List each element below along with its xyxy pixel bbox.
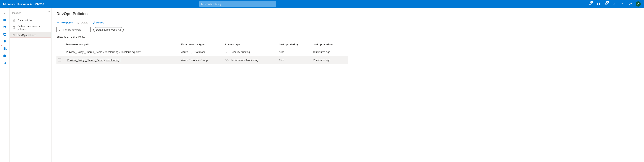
- trash-icon: [77, 21, 80, 24]
- cell-type: Azure Resource Group: [180, 56, 224, 64]
- filter-icon: [58, 28, 60, 31]
- sidebar-item-label: DevOps policies: [18, 34, 36, 36]
- table-row[interactable]: Purview_Policy _Shared_Demo › relecloud-…: [56, 56, 348, 64]
- chat-badge: 1: [590, 1, 593, 4]
- grid-button[interactable]: [595, 0, 602, 8]
- main-content: DevOps Policies New policy Delete Refres…: [52, 8, 352, 162]
- svg-point-7: [622, 4, 622, 5]
- rail-item-privacy[interactable]: [2, 60, 8, 66]
- product-name[interactable]: Microsoft Purview: [3, 2, 29, 6]
- sort-descending-icon: ↓: [333, 43, 334, 46]
- path-highlight: Purview_Policy _Shared_Demo › relecloud-…: [66, 58, 120, 62]
- row-checkbox[interactable]: [58, 58, 61, 62]
- search-icon: [201, 2, 204, 5]
- path-link[interactable]: Purview_Policy _Shared_Demo: [67, 59, 103, 62]
- policy-icon: [12, 19, 16, 22]
- toolbar: New policy Delete Refresh: [56, 20, 348, 27]
- search-input[interactable]: [204, 2, 274, 6]
- new-policy-button[interactable]: New policy: [56, 21, 73, 24]
- result-count: Showing 1 - 2 of 2 items.: [56, 35, 348, 38]
- policies-table: Data resource path Data resource type Ac…: [56, 41, 348, 64]
- sidebar-title: Policies: [10, 10, 52, 17]
- help-button[interactable]: [618, 0, 626, 8]
- delete-button: Delete: [77, 21, 88, 24]
- chevron-right-icon: ▶: [30, 3, 32, 5]
- keyword-input[interactable]: [62, 28, 89, 31]
- refresh-icon: [92, 21, 95, 24]
- plus-icon: [56, 21, 59, 24]
- scope-name[interactable]: Contoso: [34, 2, 44, 6]
- col-path[interactable]: Data resource path: [64, 41, 180, 48]
- cell-path: Purview_Policy _Shared_Demo › relecloud-…: [64, 56, 180, 64]
- svg-line-1: [203, 4, 204, 5]
- cell-updated-on: 21 minutes ago: [311, 56, 348, 64]
- svg-rect-14: [13, 19, 15, 22]
- filter-row: Data source type : All: [56, 27, 348, 32]
- svg-rect-2: [597, 2, 598, 4]
- cell-access: SQL Performance Monitoring: [223, 56, 277, 64]
- svg-point-8: [629, 3, 630, 4]
- sidebar-item-label: Self-service access policies: [18, 25, 49, 30]
- sidebar-item-data-policies[interactable]: Data policies: [10, 17, 52, 23]
- rail-item-map[interactable]: [2, 24, 8, 30]
- svg-rect-4: [597, 4, 598, 5]
- delete-label: Delete: [81, 21, 88, 24]
- svg-rect-12: [4, 55, 6, 57]
- data-source-type-filter[interactable]: Data source type : All: [94, 27, 124, 32]
- rail-item-policies[interactable]: [2, 45, 8, 52]
- cell-updated-on: 19 minutes ago: [311, 48, 348, 56]
- svg-point-0: [201, 3, 203, 5]
- page-title: DevOps Policies: [56, 12, 348, 16]
- double-chevron-left-icon: «: [48, 10, 50, 13]
- cell-access: SQL Security Auditing: [223, 48, 277, 56]
- blank-space: [352, 8, 644, 162]
- svg-rect-3: [599, 2, 600, 4]
- rail-item-management[interactable]: [2, 52, 8, 59]
- col-updated-on[interactable]: Last updated on ↓: [311, 41, 348, 48]
- cell-path: Purview_Policy _Shared_Demo › relecloud-…: [64, 48, 180, 56]
- col-type[interactable]: Data resource type: [180, 41, 224, 48]
- settings-button[interactable]: [610, 0, 618, 8]
- svg-point-6: [614, 4, 614, 4]
- notifications-badge: 2: [606, 1, 609, 4]
- sidebar: « Policies Data policies Self-service ac…: [10, 8, 52, 162]
- sidebar-item-devops-policies[interactable]: DevOps policies: [10, 32, 52, 38]
- filter-pill-label: Data source type :: [96, 28, 117, 31]
- sidebar-item-self-service[interactable]: Self-service access policies: [10, 23, 52, 32]
- col-updated-by[interactable]: Last updated by: [277, 41, 311, 48]
- sidebar-item-label: Data policies: [18, 19, 32, 22]
- refresh-button[interactable]: Refresh: [92, 21, 105, 24]
- rail-item-insights[interactable]: [2, 38, 8, 45]
- notifications-button[interactable]: 2: [603, 0, 610, 8]
- col-access[interactable]: Access type: [223, 41, 277, 48]
- refresh-label: Refresh: [96, 21, 105, 24]
- rail-item-data[interactable]: [2, 31, 8, 38]
- path-link[interactable]: relecloud-rg: [106, 59, 119, 62]
- header-right: 1 2 A: [587, 0, 642, 8]
- svg-rect-5: [599, 4, 600, 5]
- svg-point-13: [4, 62, 5, 63]
- svg-rect-20: [13, 34, 15, 36]
- new-policy-label: New policy: [60, 21, 73, 24]
- chevron-right-icon: ›: [119, 50, 121, 54]
- chat-button[interactable]: 1: [587, 0, 594, 8]
- svg-rect-17: [13, 27, 15, 29]
- cell-updated-by: Alice: [277, 48, 311, 56]
- header-left: Microsoft Purview ▶ Contoso: [2, 2, 44, 6]
- svg-point-9: [4, 33, 6, 34]
- icon-rail: »: [0, 8, 10, 162]
- policy-icon: [12, 26, 16, 29]
- cell-type: Azure SQL Database: [180, 48, 224, 56]
- row-checkbox[interactable]: [58, 50, 61, 53]
- sidebar-collapse-button[interactable]: «: [48, 10, 50, 13]
- feedback-button[interactable]: [626, 0, 634, 8]
- rail-item-catalog[interactable]: [2, 17, 8, 24]
- rail-expand-button[interactable]: »: [0, 10, 9, 16]
- cell-updated-by: Alice: [277, 56, 311, 64]
- filter-pill-value: All: [118, 28, 121, 31]
- keyword-filter[interactable]: [56, 27, 91, 32]
- avatar[interactable]: A: [636, 2, 641, 6]
- search-box[interactable]: [199, 1, 276, 7]
- table-row[interactable]: Purview_Policy _Shared_Demo › relecloud-…: [56, 48, 348, 56]
- app-header: Microsoft Purview ▶ Contoso 1 2 A: [0, 0, 644, 8]
